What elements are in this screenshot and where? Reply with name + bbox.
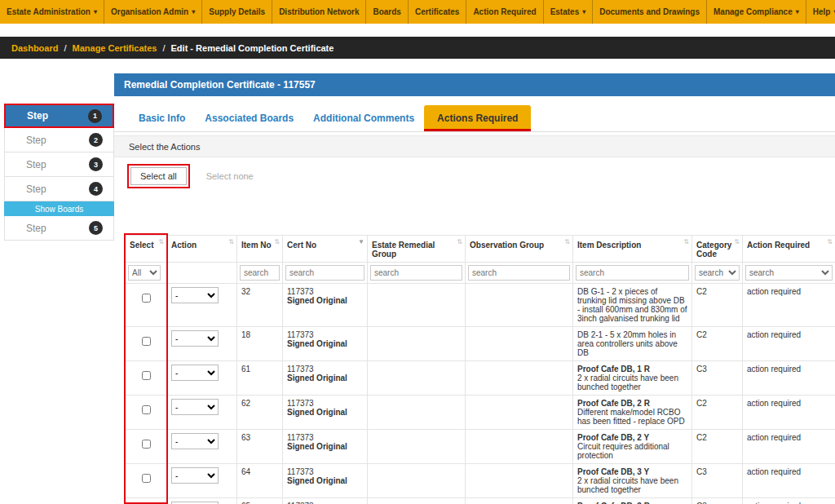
col-header-label: Estate Remedial Group	[372, 241, 435, 259]
actions-table-wrap: Select⇅ Action⇅ Item No⇅ Cert No▼ Estate…	[125, 235, 835, 504]
row-action-dropdown[interactable]: -	[171, 399, 219, 415]
nav-label: Estate Administration	[7, 7, 91, 16]
observation-group-cell	[466, 361, 573, 396]
item-no-cell: 62	[237, 396, 283, 430]
col-header-category-code[interactable]: Category Code⇅	[692, 236, 743, 263]
step-number-badge: 1	[88, 109, 102, 123]
row-action-dropdown[interactable]: -	[171, 467, 219, 484]
estate-remedial-group-cell	[368, 498, 466, 504]
row-action-dropdown[interactable]: -	[171, 330, 219, 347]
estate-remedial-group-cell	[368, 327, 466, 361]
select-cell	[126, 361, 167, 396]
page-title: Remedial Completion Certificate - 117557	[114, 73, 835, 96]
header-row: Select⇅ Action⇅ Item No⇅ Cert No▼ Estate…	[126, 236, 835, 263]
row-action-dropdown[interactable]: -	[171, 365, 219, 381]
desc-body: Different make/model RCBO has been fitte…	[577, 408, 687, 426]
nav-label: Manage Compliance	[714, 7, 793, 16]
action-cell: -	[167, 361, 237, 396]
observation-group-search-input[interactable]	[468, 265, 570, 281]
cert-no-search-input[interactable]	[285, 265, 364, 281]
cert-no-cell: 117373Signed Original	[283, 498, 368, 504]
tab-actions-required[interactable]: Actions Required	[424, 105, 531, 131]
table-row: - 32 117373Signed Original DB G-1 - 2 x …	[126, 284, 835, 327]
col-header-action-required[interactable]: Action Required⇅	[743, 236, 835, 263]
col-header-label: Action Required	[747, 241, 810, 250]
nav-label: Documents and Drawings	[599, 7, 700, 16]
show-boards-button[interactable]: Show Boards	[4, 201, 114, 216]
nav-item-action-required[interactable]: Action Required	[466, 0, 543, 24]
breadcrumb-manage-certificates[interactable]: Manage Certificates	[73, 43, 157, 53]
action-required-cell: action required	[743, 327, 835, 361]
step-5[interactable]: Step 5	[4, 216, 114, 241]
row-checkbox[interactable]	[142, 371, 151, 380]
col-header-label: Category Code	[696, 241, 731, 259]
action-required-cell: action required	[743, 284, 835, 327]
select-cell	[126, 464, 167, 498]
item-no-search-input[interactable]	[240, 265, 280, 281]
estate-remedial-group-cell	[368, 464, 466, 498]
row-checkbox[interactable]	[142, 405, 151, 414]
cert-no: 117373	[287, 399, 363, 408]
nav-item-boards[interactable]: Boards	[366, 0, 408, 24]
nav-item-manage-compliance[interactable]: Manage Compliance▾	[707, 0, 806, 24]
nav-item-supply-details[interactable]: Supply Details	[202, 0, 272, 24]
nav-item-certificates[interactable]: Certificates	[409, 0, 466, 24]
nav-item-organisation-admin[interactable]: Organisation Admin▾	[104, 0, 202, 24]
col-header-label: Cert No	[287, 241, 316, 250]
row-action-dropdown[interactable]: -	[171, 287, 219, 303]
table-row: - 62 117373Signed Original Proof Cafe DB…	[126, 396, 835, 430]
cert-no-filter-cell	[283, 263, 368, 284]
col-header-item-no[interactable]: Item No⇅	[237, 236, 283, 263]
action-required-filter-cell: search	[743, 263, 835, 284]
nav-item-documents-and-drawings[interactable]: Documents and Drawings	[593, 0, 707, 24]
tab-associated-boards[interactable]: Associated Boards	[195, 105, 303, 131]
row-checkbox[interactable]	[142, 440, 151, 449]
select-cell	[126, 327, 167, 361]
select-all-button[interactable]: Select all	[130, 167, 187, 185]
step-label: Step	[26, 135, 46, 146]
row-action-dropdown[interactable]: -	[171, 433, 219, 449]
select-filter-dropdown[interactable]: All	[128, 265, 161, 281]
chevron-down-icon: ▾	[192, 8, 195, 15]
tab-basic-info[interactable]: Basic Info	[129, 105, 195, 131]
row-checkbox[interactable]	[142, 337, 151, 346]
cert-type: Signed Original	[287, 442, 363, 451]
select-none-button[interactable]: Select none	[201, 170, 258, 182]
col-header-select[interactable]: Select⇅	[126, 236, 167, 263]
action-required-cell: action required	[743, 430, 835, 464]
cert-type: Signed Original	[287, 339, 363, 348]
row-checkbox[interactable]	[142, 474, 151, 483]
breadcrumb-dashboard[interactable]: Dashboard	[11, 43, 58, 53]
desc-title: Proof Cafe DB, 1 R	[577, 365, 687, 374]
nav-item-estate-administration[interactable]: Estate Administration▾	[0, 0, 104, 24]
step-4[interactable]: Step 4	[4, 177, 114, 201]
step-2[interactable]: Step 2	[4, 128, 114, 153]
category-code-filter-dropdown[interactable]: search	[695, 265, 740, 281]
row-checkbox[interactable]	[142, 294, 151, 303]
col-header-item-description[interactable]: Item Description⇅	[573, 236, 692, 263]
item-description-cell: DB G-1 - 2 x pieces of trunking lid miss…	[573, 284, 692, 327]
step-1[interactable]: Step 1	[4, 104, 114, 128]
category-code-cell: C2	[692, 284, 743, 327]
col-header-estate-remedial-group[interactable]: Estate Remedial Group⇅	[368, 236, 466, 263]
item-no-cell: 65	[237, 498, 283, 504]
col-header-action[interactable]: Action⇅	[167, 236, 237, 263]
item-description-cell: Proof Cafe DB, 2 YCircuit requires addit…	[573, 430, 692, 464]
action-required-filter-dropdown[interactable]: search	[745, 265, 833, 281]
nav-item-distribution-network[interactable]: Distribution Network	[272, 0, 366, 24]
item-description-search-input[interactable]	[576, 265, 689, 281]
nav-item-estates[interactable]: Estates▾	[544, 0, 594, 24]
category-code-cell: C3	[692, 498, 743, 504]
col-header-cert-no[interactable]: Cert No▼	[283, 236, 368, 263]
estate-remedial-group-search-input[interactable]	[370, 265, 462, 281]
action-required-cell: action required	[743, 464, 835, 498]
select-cell	[126, 396, 167, 430]
desc-title: Proof Cafe DB, 2 Y	[577, 433, 687, 442]
step-3[interactable]: Step 3	[4, 153, 114, 177]
nav-label: Estates	[550, 7, 580, 16]
nav-item-help[interactable]: Help▾	[806, 0, 835, 24]
action-cell: -	[167, 430, 237, 464]
breadcrumb-separator: /	[162, 43, 165, 53]
tab-additional-comments[interactable]: Additional Comments	[303, 105, 424, 131]
col-header-observation-group[interactable]: Observation Group⇅	[466, 236, 573, 263]
